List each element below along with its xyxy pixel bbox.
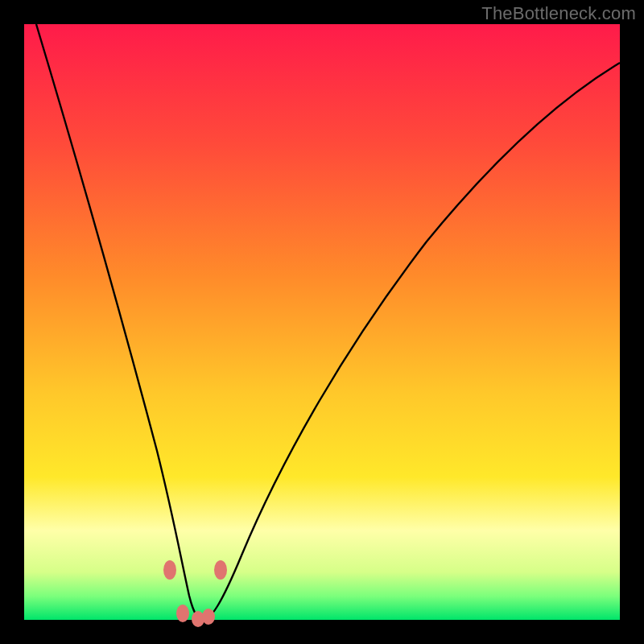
curve-markers — [163, 560, 227, 627]
plot-frame — [24, 24, 620, 620]
marker-point — [202, 609, 215, 625]
bottleneck-curve — [24, 24, 620, 620]
marker-point — [163, 560, 176, 580]
marker-point — [214, 560, 227, 580]
marker-point — [176, 605, 189, 622]
curve-path — [36, 24, 620, 620]
watermark-text: TheBottleneck.com — [481, 3, 636, 24]
